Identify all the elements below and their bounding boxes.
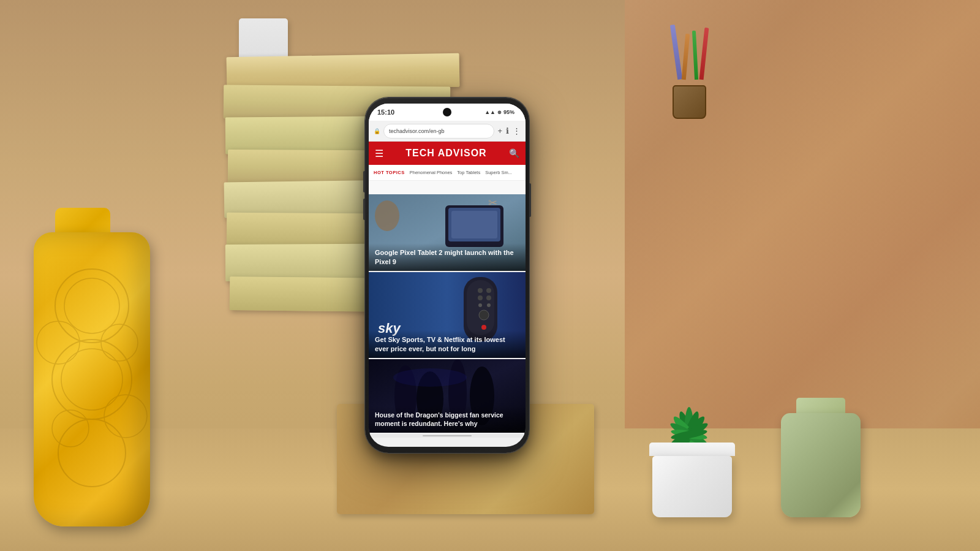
svg-point-23 [375, 200, 399, 231]
hot-topic-1[interactable]: Phenomenal Phones [410, 170, 453, 175]
add-tab-button[interactable]: + [497, 127, 502, 135]
article-2-title: Get Sky Sports, TV & Netflix at its lowe… [369, 330, 526, 358]
status-time: 15:10 [377, 108, 394, 116]
content-spacer [369, 181, 526, 194]
green-vase-neck [796, 398, 845, 413]
succulent-plant [649, 443, 735, 517]
svg-point-1 [64, 278, 119, 333]
svg-point-2 [52, 340, 132, 419]
camera-notch [443, 108, 451, 116]
svg-point-28 [486, 288, 491, 293]
hamburger-icon[interactable]: ☰ [375, 148, 383, 159]
pot-body [652, 456, 732, 517]
article-1-title: Google Pixel Tablet 2 might launch with … [369, 243, 526, 271]
article-2-title-text: Get Sky Sports, TV & Netflix at its lowe… [375, 336, 505, 352]
article-card-2[interactable]: sky Get Sky Sports, TV & Netflix at its … [369, 272, 526, 358]
article-3-image: House of the Dragon's biggest fan servic… [369, 359, 526, 433]
svg-point-4 [58, 419, 126, 487]
scene: 15:10 ▲▲ ⊛ 95% 🔒 techadvisor.com/en-gb [0, 0, 980, 551]
search-icon[interactable]: 🔍 [509, 148, 519, 158]
volume-up-button [363, 171, 365, 192]
pencil-holder [673, 85, 706, 119]
article-card-3[interactable]: House of the Dragon's biggest fan servic… [369, 359, 526, 433]
vase-body [34, 232, 150, 526]
article-3-title-text: House of the Dragon's biggest fan servic… [375, 411, 503, 427]
phone-screen: 15:10 ▲▲ ⊛ 95% 🔒 techadvisor.com/en-gb [369, 104, 526, 447]
browser-info-button[interactable]: ℹ [506, 127, 509, 135]
svg-rect-21 [451, 211, 497, 238]
svg-point-29 [478, 295, 483, 300]
green-vase-body [781, 413, 861, 517]
volume-down-button [363, 199, 365, 220]
article1-background: ✂ Google Pixel Tablet 2 might launch wit… [369, 194, 526, 271]
pot-rim [649, 443, 735, 456]
scroll-indicator [369, 434, 526, 438]
lock-icon: 🔒 [374, 128, 380, 134]
pen-pencil-area [673, 25, 707, 119]
svg-point-3 [61, 349, 123, 410]
signal-icon: ▲▲ [484, 109, 496, 115]
article-1-image: ✂ Google Pixel Tablet 2 might launch wit… [369, 194, 526, 271]
svg-point-27 [478, 288, 483, 293]
phone: 15:10 ▲▲ ⊛ 95% 🔒 techadvisor.com/en-gb [365, 97, 529, 453]
wifi-icon: ⊛ [497, 110, 502, 115]
svg-point-31 [478, 303, 482, 307]
svg-point-0 [55, 269, 129, 343]
phone-wrapper: 15:10 ▲▲ ⊛ 95% 🔒 techadvisor.com/en-gb [365, 97, 529, 453]
article3-background: House of the Dragon's biggest fan servic… [369, 359, 526, 433]
browser-bar: 🔒 techadvisor.com/en-gb + ℹ ⋮ [369, 121, 526, 142]
battery-text: 95% [503, 109, 514, 115]
hot-topics-label: HOT TOPICS [374, 170, 405, 175]
browser-url-bar[interactable]: techadvisor.com/en-gb [383, 124, 494, 139]
hot-topic-3[interactable]: Superb Sm... [485, 170, 512, 175]
article2-background: sky Get Sky Sports, TV & Netflix at its … [369, 272, 526, 358]
article-3-title: House of the Dragon's biggest fan servic… [369, 406, 526, 433]
url-text: techadvisor.com/en-gb [389, 128, 445, 134]
power-button [529, 183, 531, 217]
status-icons: ▲▲ ⊛ 95% [484, 109, 514, 115]
svg-point-40 [393, 368, 467, 387]
pencil-3 [692, 31, 698, 80]
svg-point-7 [52, 410, 89, 447]
svg-text:✂: ✂ [488, 197, 497, 209]
home-indicator [423, 435, 472, 436]
svg-point-33 [479, 310, 489, 320]
article-2-image: sky Get Sky Sports, TV & Netflix at its … [369, 272, 526, 358]
svg-point-34 [481, 325, 486, 330]
article-1-title-text: Google Pixel Tablet 2 might launch with … [375, 249, 514, 265]
article-card-1[interactable]: ✂ Google Pixel Tablet 2 might launch wit… [369, 194, 526, 271]
vase-pattern-svg [34, 232, 150, 526]
pencil-2 [682, 34, 690, 80]
browser-menu-button[interactable]: ⋮ [513, 127, 521, 135]
site-logo: TECH ADVISOR [405, 148, 486, 159]
nav-bar: ☰ TECH ADVISOR 🔍 [369, 142, 526, 165]
svg-point-32 [487, 303, 491, 307]
svg-point-30 [486, 295, 491, 300]
hot-topics-bar: HOT TOPICS Phenomenal Phones Top Tablets… [369, 165, 526, 181]
hot-topic-2[interactable]: Top Tablets [457, 170, 480, 175]
browser-actions: + ℹ ⋮ [497, 127, 521, 135]
yellow-vase [24, 208, 159, 526]
plant-leaves-svg [643, 324, 735, 459]
green-vase [781, 398, 861, 517]
